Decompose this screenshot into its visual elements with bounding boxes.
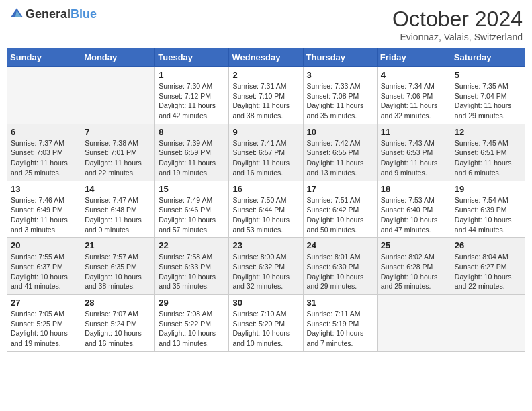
day-number: 23 [232,240,299,250]
day-number: 6 [11,127,77,137]
day-number: 15 [159,184,225,194]
calendar-cell: 22Sunrise: 7:58 AMSunset: 6:33 PMDayligh… [155,238,229,295]
day-info: Sunrise: 7:07 AMSunset: 5:24 PMDaylight:… [85,309,151,349]
calendar-cell: 1Sunrise: 7:30 AMSunset: 7:12 PMDaylight… [155,67,229,124]
day-number: 21 [85,240,151,250]
calendar-cell: 16Sunrise: 7:50 AMSunset: 6:44 PMDayligh… [229,181,303,238]
day-info: Sunrise: 7:37 AMSunset: 7:03 PMDaylight:… [11,138,77,178]
logo-general-text: General [26,7,71,21]
day-number: 9 [232,127,299,137]
calendar-cell: 20Sunrise: 7:55 AMSunset: 6:37 PMDayligh… [7,238,81,295]
day-info: Sunrise: 8:02 AMSunset: 6:28 PMDaylight:… [381,252,447,291]
day-info: Sunrise: 7:35 AMSunset: 7:04 PMDaylight:… [455,81,521,121]
day-number: 7 [85,127,151,137]
calendar-cell: 8Sunrise: 7:39 AMSunset: 6:59 PMDaylight… [155,124,229,181]
calendar-cell: 12Sunrise: 7:45 AMSunset: 6:51 PMDayligh… [451,124,525,181]
calendar-cell: 30Sunrise: 7:10 AMSunset: 5:20 PMDayligh… [229,295,303,352]
day-info: Sunrise: 7:53 AMSunset: 6:40 PMDaylight:… [381,195,447,235]
day-info: Sunrise: 7:50 AMSunset: 6:44 PMDaylight:… [232,195,299,235]
calendar-cell: 25Sunrise: 8:02 AMSunset: 6:28 PMDayligh… [377,238,451,295]
calendar-cell: 29Sunrise: 7:08 AMSunset: 5:22 PMDayligh… [155,295,229,352]
location-text: Evionnaz, Valais, Switzerland [392,32,523,42]
calendar-cell: 27Sunrise: 7:05 AMSunset: 5:25 PMDayligh… [7,295,81,352]
day-info: Sunrise: 7:39 AMSunset: 6:59 PMDaylight:… [159,138,225,178]
calendar-cell: 21Sunrise: 7:57 AMSunset: 6:35 PMDayligh… [81,238,155,295]
logo-icon [9,7,24,21]
day-number: 27 [11,298,77,308]
day-info: Sunrise: 7:11 AMSunset: 5:19 PMDaylight:… [307,309,373,349]
day-number: 2 [232,70,299,80]
day-info: Sunrise: 7:58 AMSunset: 6:33 PMDaylight:… [159,252,225,291]
calendar-week-row: 20Sunrise: 7:55 AMSunset: 6:37 PMDayligh… [7,238,525,295]
day-info: Sunrise: 7:49 AMSunset: 6:46 PMDaylight:… [159,195,225,235]
day-info: Sunrise: 7:55 AMSunset: 6:37 PMDaylight:… [11,252,77,291]
calendar-cell: 26Sunrise: 8:04 AMSunset: 6:27 PMDayligh… [451,238,525,295]
title-area: October 2024 Evionnaz, Valais, Switzerla… [392,7,523,42]
day-info: Sunrise: 7:51 AMSunset: 6:42 PMDaylight:… [307,195,373,235]
calendar-week-row: 1Sunrise: 7:30 AMSunset: 7:12 PMDaylight… [7,67,525,124]
logo-blue-text: Blue [71,7,97,21]
logo: GeneralBlue [9,7,97,21]
day-info: Sunrise: 7:34 AMSunset: 7:06 PMDaylight:… [381,81,447,121]
calendar-cell: 18Sunrise: 7:53 AMSunset: 6:40 PMDayligh… [377,181,451,238]
page-header: GeneralBlue October 2024 Evionnaz, Valai… [7,7,525,42]
weekday-header-wednesday: Wednesday [229,48,303,67]
day-info: Sunrise: 7:43 AMSunset: 6:53 PMDaylight:… [381,138,447,178]
day-number: 10 [307,127,373,137]
calendar-table: SundayMondayTuesdayWednesdayThursdayFrid… [7,48,525,352]
day-info: Sunrise: 7:54 AMSunset: 6:39 PMDaylight:… [455,195,521,235]
calendar-cell [451,295,525,352]
day-number: 1 [159,70,225,80]
calendar-cell: 13Sunrise: 7:46 AMSunset: 6:49 PMDayligh… [7,181,81,238]
day-info: Sunrise: 7:41 AMSunset: 6:57 PMDaylight:… [232,138,299,178]
day-number: 16 [232,184,299,194]
day-info: Sunrise: 7:57 AMSunset: 6:35 PMDaylight:… [85,252,151,291]
day-number: 22 [159,240,225,250]
calendar-cell: 28Sunrise: 7:07 AMSunset: 5:24 PMDayligh… [81,295,155,352]
calendar-cell: 11Sunrise: 7:43 AMSunset: 6:53 PMDayligh… [377,124,451,181]
weekday-header-row: SundayMondayTuesdayWednesdayThursdayFrid… [7,48,525,67]
calendar-cell: 24Sunrise: 8:01 AMSunset: 6:30 PMDayligh… [303,238,377,295]
day-info: Sunrise: 7:38 AMSunset: 7:01 PMDaylight:… [85,138,151,178]
weekday-header-sunday: Sunday [7,48,81,67]
calendar-week-row: 13Sunrise: 7:46 AMSunset: 6:49 PMDayligh… [7,181,525,238]
day-number: 24 [307,240,373,250]
calendar-cell: 9Sunrise: 7:41 AMSunset: 6:57 PMDaylight… [229,124,303,181]
day-number: 5 [455,70,521,80]
day-info: Sunrise: 7:47 AMSunset: 6:48 PMDaylight:… [85,195,151,235]
day-number: 30 [232,298,299,308]
day-info: Sunrise: 7:33 AMSunset: 7:08 PMDaylight:… [307,81,373,121]
day-number: 12 [455,127,521,137]
day-info: Sunrise: 8:00 AMSunset: 6:32 PMDaylight:… [232,252,299,291]
day-number: 29 [159,298,225,308]
day-number: 8 [159,127,225,137]
day-number: 13 [11,184,77,194]
calendar-week-row: 27Sunrise: 7:05 AMSunset: 5:25 PMDayligh… [7,295,525,352]
weekday-header-friday: Friday [377,48,451,67]
day-info: Sunrise: 7:45 AMSunset: 6:51 PMDaylight:… [455,138,521,178]
day-number: 28 [85,298,151,308]
calendar-cell: 10Sunrise: 7:42 AMSunset: 6:55 PMDayligh… [303,124,377,181]
day-info: Sunrise: 7:42 AMSunset: 6:55 PMDaylight:… [307,138,373,178]
calendar-cell: 23Sunrise: 8:00 AMSunset: 6:32 PMDayligh… [229,238,303,295]
day-number: 3 [307,70,373,80]
day-info: Sunrise: 8:04 AMSunset: 6:27 PMDaylight:… [455,252,521,291]
calendar-cell [7,67,81,124]
calendar-cell: 2Sunrise: 7:31 AMSunset: 7:10 PMDaylight… [229,67,303,124]
calendar-week-row: 6Sunrise: 7:37 AMSunset: 7:03 PMDaylight… [7,124,525,181]
day-info: Sunrise: 7:05 AMSunset: 5:25 PMDaylight:… [11,309,77,349]
calendar-cell: 15Sunrise: 7:49 AMSunset: 6:46 PMDayligh… [155,181,229,238]
weekday-header-tuesday: Tuesday [155,48,229,67]
day-number: 14 [85,184,151,194]
day-info: Sunrise: 8:01 AMSunset: 6:30 PMDaylight:… [307,252,373,291]
month-title: October 2024 [392,7,523,32]
weekday-header-thursday: Thursday [303,48,377,67]
calendar-cell [81,67,155,124]
day-info: Sunrise: 7:30 AMSunset: 7:12 PMDaylight:… [159,81,225,121]
day-number: 18 [381,184,447,194]
calendar-cell: 7Sunrise: 7:38 AMSunset: 7:01 PMDaylight… [81,124,155,181]
day-number: 4 [381,70,447,80]
day-info: Sunrise: 7:10 AMSunset: 5:20 PMDaylight:… [232,309,299,349]
weekday-header-saturday: Saturday [451,48,525,67]
day-number: 17 [307,184,373,194]
